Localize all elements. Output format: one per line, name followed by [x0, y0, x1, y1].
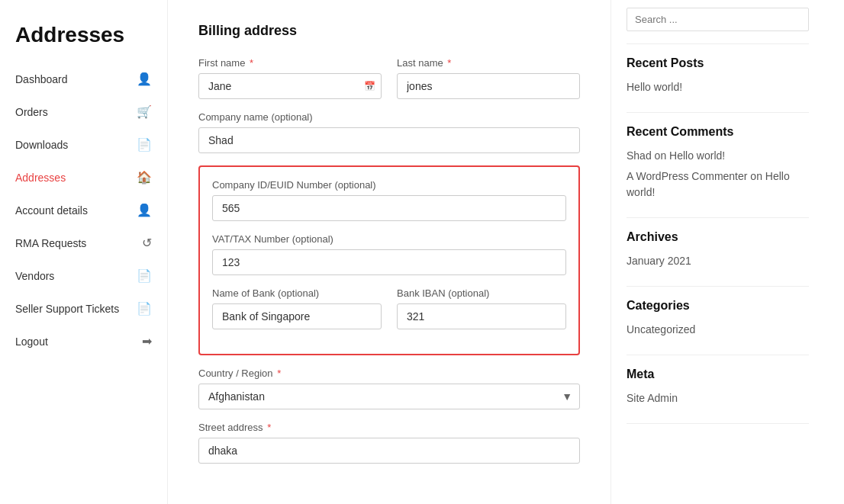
country-select[interactable]: Afghanistan	[198, 384, 580, 409]
meta-widget: Meta Site Admin	[627, 355, 809, 424]
street-input[interactable]	[198, 438, 580, 464]
sidebar-label-account-details: Account details	[15, 204, 88, 217]
highlighted-fields-section: Company ID/EUID Number (optional) VAT/TA…	[198, 165, 580, 355]
sidebar-item-addresses[interactable]: Addresses 🏠	[0, 161, 167, 194]
sidebar-label-dashboard: Dashboard	[15, 73, 68, 85]
bank-iban-input[interactable]	[397, 303, 566, 329]
sidebar-item-orders[interactable]: Orders 🛒	[0, 95, 167, 128]
downloads-icon: 📄	[137, 137, 152, 152]
recent-comments-title: Recent Comments	[627, 125, 809, 139]
comment-link-1[interactable]: Shad	[627, 149, 652, 162]
bank-name-group: Name of Bank (optional)	[212, 287, 382, 329]
street-label: Street address *	[198, 422, 580, 433]
categories-widget: Categories Uncategorized	[627, 287, 809, 355]
last-name-group: Last name *	[397, 57, 580, 99]
bank-name-input[interactable]	[212, 303, 382, 329]
sidebar-item-logout[interactable]: Logout ➡	[0, 325, 167, 358]
sidebar-item-account-details[interactable]: Account details 👤	[0, 194, 167, 226]
categories-title: Categories	[627, 299, 809, 313]
billing-address-title: Billing address	[198, 23, 580, 39]
addresses-icon: 🏠	[137, 170, 152, 185]
account-icon: 👤	[137, 203, 152, 217]
recent-comment-item-1: Shad on Hello world!	[627, 148, 809, 164]
recent-posts-title: Recent Posts	[627, 56, 809, 70]
first-name-label: First name *	[198, 57, 382, 69]
archives-title: Archives	[627, 230, 809, 244]
sidebar-label-vendors: Vendors	[15, 270, 54, 282]
main-content: Billing address First name * 📅 Last name…	[168, 0, 610, 504]
comment-link-2[interactable]: A WordPress Commenter	[627, 170, 747, 182]
category-link[interactable]: Uncategorized	[627, 323, 695, 335]
site-admin-link[interactable]: Site Admin	[627, 392, 678, 404]
company-name-input[interactable]	[198, 127, 580, 153]
sidebar-label-downloads: Downloads	[15, 139, 68, 151]
sidebar-label-orders: Orders	[15, 106, 48, 118]
company-name-group: Company name (optional)	[198, 111, 580, 153]
vendors-icon: 📄	[137, 268, 152, 283]
comment-post-link-1[interactable]: Hello world!	[669, 149, 725, 162]
meta-title: Meta	[627, 368, 809, 381]
archive-item[interactable]: January 2021	[627, 253, 809, 269]
name-row: First name * 📅 Last name *	[198, 57, 580, 99]
category-item[interactable]: Uncategorized	[627, 322, 809, 338]
sidebar-title: Addresses	[0, 15, 167, 63]
sidebar-item-vendors[interactable]: Vendors 📄	[0, 259, 167, 292]
company-id-group: Company ID/EUID Number (optional)	[212, 179, 566, 221]
dashboard-icon: 👤	[137, 72, 152, 86]
archives-widget: Archives January 2021	[627, 218, 809, 287]
search-input[interactable]	[627, 8, 809, 31]
orders-icon: 🛒	[137, 104, 152, 119]
first-name-input-wrapper: 📅	[198, 73, 382, 99]
sidebar-label-rma: RMA Requests	[15, 237, 86, 249]
company-name-label: Company name (optional)	[198, 111, 580, 123]
last-name-label: Last name *	[397, 57, 580, 69]
meta-item[interactable]: Site Admin	[627, 390, 809, 406]
company-id-input[interactable]	[212, 195, 566, 221]
recent-post-item[interactable]: Hello world!	[627, 79, 809, 95]
bank-row: Name of Bank (optional) Bank IBAN (optio…	[212, 287, 566, 329]
archive-link[interactable]: January 2021	[627, 255, 691, 267]
last-name-input[interactable]	[397, 73, 580, 99]
sidebar-label-seller-support: Seller Support Tickets	[15, 303, 119, 315]
vat-input[interactable]	[212, 249, 566, 275]
sidebar-label-logout: Logout	[15, 335, 48, 348]
vat-group: VAT/TAX Number (optional)	[212, 233, 566, 275]
bank-name-label: Name of Bank (optional)	[212, 287, 382, 299]
recent-posts-widget: Recent Posts Hello world!	[627, 44, 809, 113]
seller-support-icon: 📄	[137, 301, 152, 316]
bank-iban-group: Bank IBAN (optional)	[397, 287, 566, 329]
sidebar-item-dashboard[interactable]: Dashboard 👤	[0, 63, 167, 95]
first-name-input[interactable]	[198, 73, 382, 99]
sidebar-item-seller-support[interactable]: Seller Support Tickets 📄	[0, 292, 167, 325]
rma-icon: ↺	[142, 236, 152, 250]
calendar-icon: 📅	[364, 81, 375, 91]
logout-icon: ➡	[142, 334, 152, 348]
sidebar-item-downloads[interactable]: Downloads 📄	[0, 128, 167, 161]
country-select-wrapper: Afghanistan ▼	[198, 384, 580, 409]
bank-iban-label: Bank IBAN (optional)	[397, 287, 566, 299]
right-sidebar: Recent Posts Hello world! Recent Comment…	[610, 0, 824, 504]
company-id-label: Company ID/EUID Number (optional)	[212, 179, 566, 191]
recent-comments-widget: Recent Comments Shad on Hello world! A W…	[627, 113, 809, 218]
country-group: Country / Region * Afghanistan ▼	[198, 368, 580, 409]
country-label: Country / Region *	[198, 368, 580, 379]
street-group: Street address *	[198, 422, 580, 464]
first-name-group: First name * 📅	[198, 57, 382, 99]
recent-post-link[interactable]: Hello world!	[627, 81, 682, 93]
sidebar-item-rma-requests[interactable]: RMA Requests ↺	[0, 226, 167, 259]
vat-label: VAT/TAX Number (optional)	[212, 233, 566, 245]
sidebar-label-addresses: Addresses	[15, 172, 66, 184]
search-section	[627, 0, 809, 44]
recent-comment-item-2: A WordPress Commenter on Hello world!	[627, 169, 809, 201]
sidebar: Addresses Dashboard 👤 Orders 🛒 Downloads…	[0, 0, 168, 504]
